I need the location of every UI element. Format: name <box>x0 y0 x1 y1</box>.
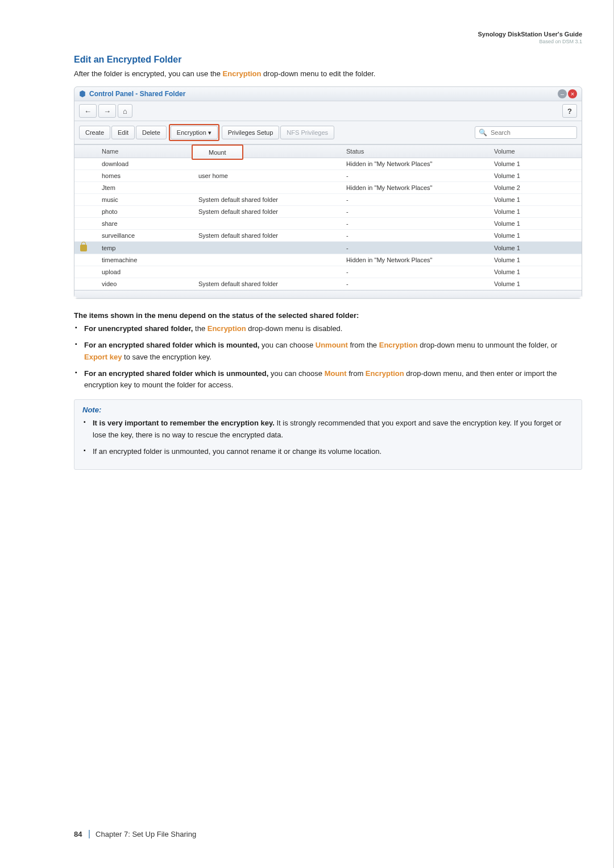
row-name: download <box>96 158 193 170</box>
row-volume: Volume 1 <box>488 194 582 206</box>
row-name: timemachine <box>96 254 193 266</box>
minimize-icon[interactable]: – <box>558 89 567 98</box>
b2-mid: you can choose <box>262 341 316 349</box>
b2-l3: Export key <box>84 353 122 361</box>
note-item: If an encrypted folder is unmounted, you… <box>82 446 574 458</box>
note-title: Note: <box>82 406 574 414</box>
back-button[interactable]: ← <box>79 104 97 118</box>
row-name: music <box>96 194 193 206</box>
col-name[interactable]: Name <box>96 145 193 158</box>
table-row[interactable]: musicSystem default shared folder-Volume… <box>74 194 582 206</box>
col-icon[interactable] <box>74 145 96 158</box>
row-name: surveillance <box>96 230 193 242</box>
delete-button[interactable]: Delete <box>136 126 167 139</box>
encryption-dropdown[interactable]: Encryption ▾ <box>171 126 218 139</box>
row-status: - <box>341 266 488 278</box>
row-status: - <box>341 194 488 206</box>
table-row[interactable]: homesuser home-Volume 1 <box>74 170 582 182</box>
table-row[interactable]: videoSystem default shared folder-Volume… <box>74 278 582 290</box>
close-icon[interactable]: × <box>568 89 577 98</box>
help-button[interactable]: ? <box>562 104 577 118</box>
table-row[interactable]: photoSystem default shared folder-Volume… <box>74 206 582 218</box>
n1-bold: It is very important to remember the enc… <box>93 419 276 427</box>
doc-title: Synology DiskStation User's Guide <box>478 31 582 38</box>
list-item: For an encrypted shared folder which is … <box>74 368 582 392</box>
nfs-privileges-button[interactable]: NFS Privileges <box>280 126 334 139</box>
row-volume: Volume 1 <box>488 278 582 290</box>
table-footer <box>74 290 582 298</box>
table-row[interactable]: upload-Volume 1 <box>74 266 582 278</box>
b2-pre: For an encrypted shared folder which is … <box>84 341 262 349</box>
forward-button[interactable]: → <box>98 104 116 118</box>
search-icon: 🔍 <box>479 129 487 137</box>
page-number: 84 <box>74 830 82 838</box>
row-description <box>193 254 341 266</box>
b2-l1: Unmount <box>316 341 348 349</box>
intro-pre: After the folder is encrypted, you can u… <box>74 69 223 78</box>
row-status: - <box>341 218 488 230</box>
mount-overlay[interactable]: Mount <box>192 144 243 160</box>
row-description: user home <box>193 170 341 182</box>
col-volume[interactable]: Volume <box>488 145 582 158</box>
table-row[interactable]: surveillanceSystem default shared folder… <box>74 230 582 242</box>
row-volume: Volume 1 <box>488 254 582 266</box>
row-status: - <box>341 230 488 242</box>
row-description: System default shared folder <box>193 194 341 206</box>
b1-pre: For unencrypted shared folder, <box>84 324 195 333</box>
row-status: Hidden in "My Network Places" <box>341 158 488 170</box>
row-description: System default shared folder <box>193 278 341 290</box>
chapter-label: Chapter 7: Set Up File Sharing <box>89 830 196 838</box>
home-button[interactable]: ⌂ <box>118 104 132 118</box>
col-status[interactable]: Status <box>341 145 488 158</box>
lock-icon <box>80 245 87 251</box>
encryption-highlight: Encryption ▾ <box>169 124 219 141</box>
b2-t2: drop-down menu to unmount the folder, or <box>418 341 558 349</box>
intro-paragraph: After the folder is encrypted, you can u… <box>74 68 582 80</box>
row-icon-cell <box>74 254 96 266</box>
window-title: Control Panel - Shared Folder <box>89 90 185 98</box>
table-row[interactable]: share-Volume 1 <box>74 218 582 230</box>
row-description <box>193 218 341 230</box>
row-volume: Volume 1 <box>488 158 582 170</box>
b2-t1: from the <box>348 341 379 349</box>
row-name: video <box>96 278 193 290</box>
row-icon-cell <box>74 230 96 242</box>
section-title: Edit an Encrypted Folder <box>74 55 582 65</box>
row-status: Hidden in "My Network Places" <box>341 182 488 194</box>
table-row[interactable]: timemachineHidden in "My Network Places"… <box>74 254 582 266</box>
row-description <box>193 182 341 194</box>
search-input[interactable] <box>489 129 573 137</box>
toolbar: Create Edit Delete Encryption ▾ Privileg… <box>74 121 582 144</box>
col-description[interactable]: Mount ription <box>193 145 341 158</box>
b3-t1: from <box>347 369 366 378</box>
row-volume: Volume 1 <box>488 170 582 182</box>
page-header: Synology DiskStation User's Guide Based … <box>74 31 582 44</box>
row-status: - <box>341 206 488 218</box>
row-icon-cell <box>74 278 96 290</box>
edit-button[interactable]: Edit <box>111 126 135 139</box>
row-name: Jtem <box>96 182 193 194</box>
folder-table: Name Mount ription Status Volume downloa… <box>74 145 582 290</box>
row-status: - <box>341 170 488 182</box>
privileges-setup-button[interactable]: Privileges Setup <box>222 126 280 139</box>
row-icon-cell <box>74 206 96 218</box>
doc-subtitle: Based on DSM 3.1 <box>539 39 582 44</box>
row-description <box>193 266 341 278</box>
synology-logo-icon <box>79 90 86 97</box>
list-item: For an encrypted shared folder which is … <box>74 340 582 363</box>
window-titlebar[interactable]: Control Panel - Shared Folder – × <box>74 87 582 101</box>
b2-t3: to save the encryption key. <box>122 353 211 361</box>
create-button[interactable]: Create <box>79 126 110 139</box>
row-description <box>193 242 341 254</box>
b3-pre: For an encrypted shared folder which is … <box>84 369 271 378</box>
table-row[interactable]: JtemHidden in "My Network Places"Volume … <box>74 182 582 194</box>
nav-bar: ← → ⌂ ? <box>74 101 582 121</box>
items-heading: The items shown in the menu depend on th… <box>74 311 582 320</box>
table-row[interactable]: temp-Volume 1 <box>74 242 582 254</box>
search-box[interactable]: 🔍 <box>475 126 577 139</box>
table-row[interactable]: downloadHidden in "My Network Places"Vol… <box>74 158 582 170</box>
list-item: For unencrypted shared folder, the Encry… <box>74 323 582 335</box>
row-icon-cell <box>74 218 96 230</box>
page-footer: 84 Chapter 7: Set Up File Sharing <box>74 830 196 838</box>
row-name: share <box>96 218 193 230</box>
